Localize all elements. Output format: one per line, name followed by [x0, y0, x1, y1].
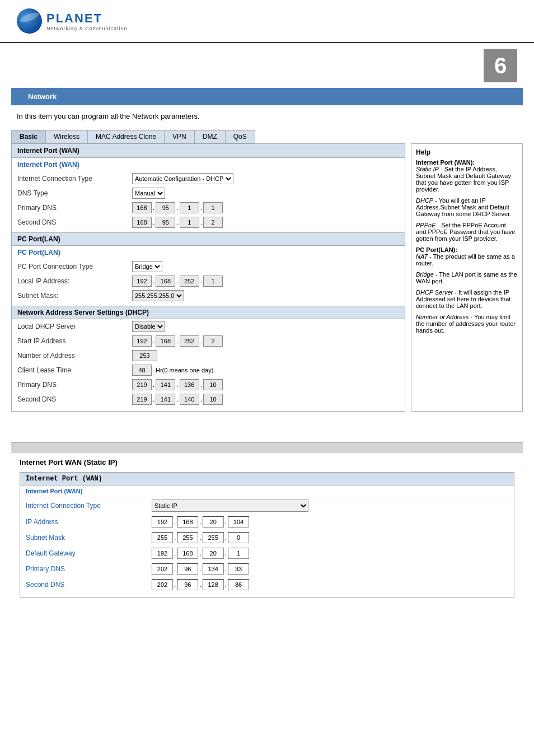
client-lease-suffix: Hr(0 means one day).: [156, 367, 215, 374]
section2-header: [11, 442, 523, 452]
connection-type-select[interactable]: Automatic Configuration - DHCP Static IP…: [132, 173, 233, 184]
start-ip-o3[interactable]: [180, 335, 199, 347]
local-ip-o3[interactable]: [180, 276, 199, 287]
local-ip-o4[interactable]: [203, 276, 223, 287]
local-ip-o2[interactable]: [156, 276, 175, 287]
dhcp-primary-dns-row: Primary DNS . . .: [12, 377, 405, 392]
dhcp-primary-dns-o4[interactable]: [203, 379, 223, 390]
tab-wireless[interactable]: Wireless: [46, 130, 88, 143]
dhcp-secondary-dns-o3[interactable]: [180, 394, 199, 405]
s2-ip-o3[interactable]: [203, 516, 224, 528]
s2-subnet-o1[interactable]: [152, 532, 173, 543]
panel-area: Internet Port (WAN) Internet Port (WAN) …: [11, 143, 523, 412]
help-pc-port-section: PC Port(LAN): NAT - The product will be …: [416, 246, 518, 267]
logo-text: PLANET Networking & Communication: [46, 11, 128, 31]
s2-secondary-dns-o4[interactable]: [228, 579, 249, 590]
secondary-dns-input: . . .: [132, 217, 223, 228]
dhcp-secondary-dns-o4[interactable]: [203, 394, 223, 405]
s2-gateway-o4[interactable]: [228, 548, 249, 559]
subnet-mask-label: Subnet Mask:: [17, 292, 129, 300]
dhcp-primary-dns-o1[interactable]: [132, 379, 152, 390]
primary-dns-o4[interactable]: [203, 202, 223, 213]
local-dhcp-input: Disable Enable: [132, 321, 165, 332]
s2-conn-type-input: Static IP Automatic Configuration - DHCP…: [152, 500, 308, 512]
help-panel: Help Internet Port (WAN): Static IP - Se…: [411, 143, 523, 412]
chapter-box: 6: [0, 43, 534, 88]
s2-ip-o2[interactable]: [177, 516, 198, 528]
panel2-title: Internet Port (WAN): [20, 473, 514, 486]
help-dhcp-section: DHCP - You will get an IP Address,Subnet…: [416, 197, 518, 217]
help-bridge-term: Bridge: [416, 271, 434, 278]
panel2-subtitle-text: Internet Port (WAN): [26, 488, 82, 494]
s2-gateway-o1[interactable]: [152, 548, 173, 559]
pc-port-subtitle: PC Port(LAN): [12, 246, 405, 259]
num-address-field[interactable]: [132, 350, 157, 361]
s2-ip-input: . . .: [152, 516, 249, 528]
help-internet-wan: Internet Port (WAN): Static IP - Set the…: [416, 159, 518, 193]
help-dhcp-server-section: DHCP Server - It will assign the IP Addr…: [416, 289, 518, 309]
secondary-dns-o2[interactable]: [156, 217, 175, 228]
primary-dns-o1[interactable]: [132, 202, 152, 213]
primary-dns-o2[interactable]: [156, 202, 175, 213]
secondary-dns-o4[interactable]: [203, 217, 223, 228]
s2-ip-o1[interactable]: [152, 516, 173, 528]
brand-subtitle: Networking & Communication: [46, 26, 128, 31]
s2-gateway-label: Default Gateway: [26, 549, 149, 557]
help-static-ip-term: Static IP: [416, 166, 439, 172]
s2-gateway-o2[interactable]: [177, 548, 198, 559]
help-nat-term: NAT: [416, 253, 428, 260]
logo-globe-icon: [17, 8, 42, 34]
dhcp-secondary-dns-o1[interactable]: [132, 394, 152, 405]
tab-mac-address-clone[interactable]: MAC Address Clone: [88, 130, 165, 143]
tab-qos[interactable]: QoS: [226, 130, 255, 143]
s2-secondary-dns-row: Second DNS . . .: [20, 577, 514, 592]
subnet-mask-select[interactable]: 255.255.255.0: [132, 290, 184, 301]
s2-secondary-dns-o3[interactable]: [203, 579, 224, 590]
connection-type-row: Internet Connection Type Automatic Confi…: [12, 171, 405, 186]
tab-basic[interactable]: Basic: [12, 130, 46, 143]
local-dhcp-select[interactable]: Disable Enable: [132, 321, 165, 332]
help-pppoe-section: PPPoE - Set the PPPoE Account and PPPoE …: [416, 222, 518, 242]
secondary-dns-o1[interactable]: [132, 217, 152, 228]
dhcp-primary-dns-o3[interactable]: [180, 379, 199, 390]
pc-port-conn-type-select[interactable]: Bridge NAT: [132, 261, 162, 272]
secondary-dns-o3[interactable]: [180, 217, 199, 228]
s2-subnet-o4[interactable]: [228, 532, 249, 543]
s2-gateway-o3[interactable]: [203, 548, 224, 559]
help-bridge-section: Bridge - The LAN port is same as the WAN…: [416, 271, 518, 284]
dns-type-select[interactable]: Manual Auto: [132, 188, 165, 199]
client-lease-field[interactable]: [132, 365, 152, 376]
s2-secondary-dns-o1[interactable]: [152, 579, 173, 590]
s2-primary-dns-o1[interactable]: [152, 563, 173, 575]
s2-primary-dns-o2[interactable]: [177, 563, 198, 575]
s2-ip-row: IP Address . . .: [20, 514, 514, 530]
main-content: Basic Wireless MAC Address Clone VPN DMZ…: [0, 127, 534, 423]
s2-secondary-dns-o2[interactable]: [177, 579, 198, 590]
panel-left: Internet Port (WAN) Internet Port (WAN) …: [11, 143, 405, 412]
client-lease-input: Hr(0 means one day).: [132, 365, 215, 376]
start-ip-o2[interactable]: [156, 335, 175, 347]
primary-dns-row: Primary DNS . . .: [12, 200, 405, 215]
s2-secondary-dns-label: Second DNS: [26, 581, 149, 589]
local-ip-o1[interactable]: [132, 276, 152, 287]
s2-primary-dns-o4[interactable]: [228, 563, 249, 575]
secondary-dns-row: Second DNS . . .: [12, 215, 405, 230]
client-lease-label: Client Lease Time: [17, 366, 129, 374]
start-ip-o1[interactable]: [132, 335, 152, 347]
connection-type-input: Automatic Configuration - DHCP Static IP…: [132, 173, 233, 184]
s2-subnet-o3[interactable]: [203, 532, 224, 543]
dhcp-primary-dns-o2[interactable]: [156, 379, 175, 390]
s2-conn-type-select[interactable]: Static IP Automatic Configuration - DHCP…: [152, 500, 308, 512]
tab-dmz[interactable]: DMZ: [195, 130, 226, 143]
subnet-mask-row: Subnet Mask: 255.255.255.0: [12, 288, 405, 303]
start-ip-o4[interactable]: [203, 335, 223, 347]
local-ip-input: . . .: [132, 276, 223, 287]
primary-dns-o3[interactable]: [180, 202, 199, 213]
s2-subnet-o2[interactable]: [177, 532, 198, 543]
s2-primary-dns-o3[interactable]: [203, 563, 224, 575]
s2-ip-o4[interactable]: [228, 516, 249, 528]
dhcp-secondary-dns-o2[interactable]: [156, 394, 175, 405]
primary-dns-input: . . .: [132, 202, 223, 213]
subnet-mask-input: 255.255.255.0: [132, 290, 184, 301]
tab-vpn[interactable]: VPN: [165, 130, 195, 143]
